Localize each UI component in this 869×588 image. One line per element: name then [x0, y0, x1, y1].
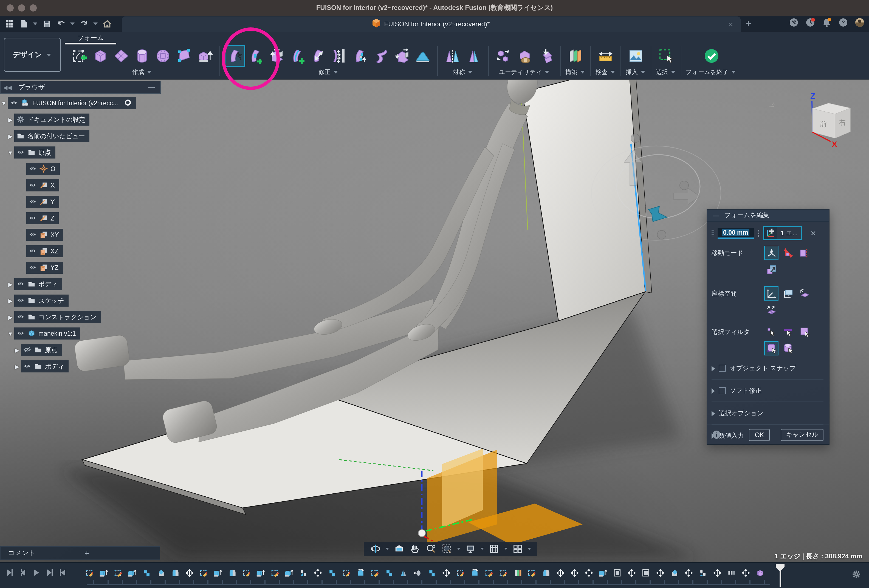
group-label-修正[interactable]: 修正: [319, 68, 339, 76]
timeline-feature-extrude[interactable]: [125, 566, 139, 579]
move-mode-translate[interactable]: [764, 246, 779, 260]
visibility-eye-icon[interactable]: [28, 164, 37, 173]
kebab-menu-icon[interactable]: [758, 230, 759, 237]
activate-component-icon[interactable]: [124, 99, 132, 108]
timeline-feature-move[interactable]: [653, 566, 667, 579]
visibility-eye-icon[interactable]: [16, 280, 25, 289]
timeline-feature-extrude[interactable]: [211, 566, 225, 579]
group-label-finish-form[interactable]: フォームを終了: [686, 68, 737, 76]
chair-back-panel[interactable]: [522, 80, 645, 321]
tool-quadball[interactable]: [174, 45, 194, 67]
add-comment-icon[interactable]: +: [85, 548, 153, 558]
workspace-switcher[interactable]: デザイン: [4, 38, 61, 72]
help-icon[interactable]: ?: [838, 18, 848, 30]
move-mode-rotate[interactable]: [797, 246, 811, 260]
timeline-feature-sketch[interactable]: [196, 566, 211, 579]
chevron-right-icon[interactable]: ▶: [8, 281, 13, 287]
dialog-collapse-icon[interactable]: —: [713, 212, 719, 219]
selection-options-row[interactable]: 選択オプション: [712, 409, 823, 418]
tool-plane[interactable]: [111, 45, 132, 67]
timeline-feature-sketch[interactable]: [496, 566, 510, 579]
play-icon[interactable]: [32, 568, 41, 579]
drag-grip-icon[interactable]: [712, 227, 715, 240]
visibility-eye-icon[interactable]: [28, 181, 37, 190]
tree-item-label[interactable]: O: [50, 166, 55, 172]
visibility-eye-icon[interactable]: [28, 247, 37, 256]
tool-inspect[interactable]: [595, 45, 616, 67]
timeline-feature-sketch[interactable]: [453, 566, 467, 579]
tree-row[interactable]: ▶ボディ: [0, 360, 161, 372]
timeline-feature-move[interactable]: [739, 566, 753, 579]
tool-mirror2[interactable]: [442, 45, 463, 67]
timeline-feature-plane[interactable]: [510, 566, 525, 579]
tree-item-label[interactable]: ボディ: [39, 280, 58, 288]
tree-row[interactable]: ▼原点: [0, 147, 161, 158]
timeline-feature-combine[interactable]: [425, 566, 439, 579]
tab-form[interactable]: フォーム: [65, 34, 116, 43]
timeline-feature-sketch[interactable]: [339, 566, 353, 579]
tool-edit_form[interactable]: [224, 45, 245, 67]
collapse-panel-icon[interactable]: ◀◀: [3, 84, 12, 90]
timeline-feature-fillet[interactable]: [539, 566, 553, 579]
tree-row[interactable]: XY: [0, 229, 161, 241]
skip-to-start-icon[interactable]: [6, 568, 14, 579]
filter-vertex[interactable]: [764, 325, 779, 339]
group-label-ユーティリティ[interactable]: ユーティリティ: [499, 68, 550, 76]
chevron-down-icon[interactable]: ▼: [1, 100, 7, 106]
visibility-eye-icon[interactable]: [28, 263, 37, 273]
tree-row[interactable]: ▶ドキュメントの設定: [0, 114, 161, 126]
tree-row[interactable]: XZ: [0, 245, 161, 257]
tool-box[interactable]: [90, 45, 111, 67]
tree-item-label[interactable]: manekin v1:1: [39, 330, 76, 337]
ok-button[interactable]: OK: [749, 429, 770, 441]
viewports-icon-chevron[interactable]: [528, 548, 531, 550]
group-label-作成[interactable]: 作成: [132, 68, 152, 76]
filter-body[interactable]: [781, 341, 795, 355]
group-label-対称[interactable]: 対称: [453, 68, 473, 76]
tool-insert_img[interactable]: [626, 45, 646, 67]
tool-pull[interactable]: [391, 45, 412, 67]
timeline-feature-revolve[interactable]: [353, 566, 368, 579]
tree-row[interactable]: X: [0, 179, 161, 191]
timeline-feature-sketch[interactable]: [239, 566, 254, 579]
object-snap-row[interactable]: オブジェクト スナップ: [712, 364, 823, 372]
tab-close-icon[interactable]: ×: [729, 20, 733, 28]
step-back-icon[interactable]: [19, 568, 27, 579]
timeline-feature-form[interactable]: [753, 566, 767, 579]
timeline-feature-frame[interactable]: [639, 566, 653, 579]
tool-crease[interactable]: [412, 45, 433, 67]
tool-edit_face[interactable]: [266, 45, 287, 67]
filter-face-selected[interactable]: [764, 341, 779, 355]
chevron-right-icon[interactable]: ▶: [14, 363, 20, 369]
document-tab[interactable]: FUISON for Interior (v2~recovered)* ×: [122, 16, 741, 32]
apps-grid-icon[interactable]: [3, 18, 15, 30]
tree-item-label[interactable]: Z: [50, 215, 54, 222]
tree-row[interactable]: ▶原点: [0, 344, 161, 356]
visibility-eye-icon[interactable]: [28, 230, 37, 239]
expand-icon[interactable]: [712, 410, 715, 416]
expand-icon[interactable]: [712, 388, 715, 394]
tool-mirror1[interactable]: [463, 45, 484, 67]
selection-chip[interactable]: 1 エ...: [763, 226, 802, 240]
orbit-icon[interactable]: [368, 544, 383, 554]
tree-row[interactable]: ▼manekin v1:1: [0, 327, 161, 339]
tree-row[interactable]: Y: [0, 196, 161, 208]
timeline-feature-move[interactable]: [681, 566, 695, 579]
visibility-eye-icon[interactable]: [16, 329, 25, 338]
group-label-選択[interactable]: 選択: [656, 68, 676, 76]
tool-cylinder[interactable]: [132, 45, 153, 67]
minimize-panel-icon[interactable]: —: [148, 83, 155, 91]
avatar[interactable]: [855, 18, 865, 30]
info-icon[interactable]: i: [713, 431, 720, 439]
tool-align[interactable]: [329, 45, 350, 67]
timeline-feature-combine[interactable]: [325, 566, 339, 579]
visibility-eye-icon[interactable]: [16, 148, 25, 157]
timeline-feature-move[interactable]: [182, 566, 196, 579]
tree-item-label[interactable]: XZ: [50, 248, 58, 255]
tool-extrude[interactable]: [194, 45, 215, 67]
chevron-down-icon[interactable]: ▼: [8, 330, 13, 336]
timeline-feature-cyls[interactable]: 4: [296, 566, 310, 579]
display-settings-icon[interactable]: [463, 544, 478, 554]
tree-row[interactable]: ▶ボディ: [0, 278, 161, 290]
undo-icon[interactable]: [55, 18, 67, 30]
